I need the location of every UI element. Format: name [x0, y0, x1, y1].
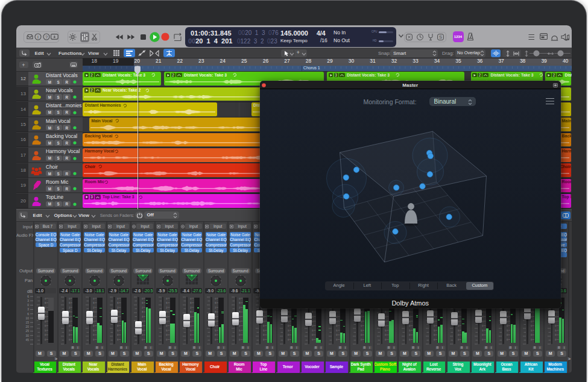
svg-text:40: 40: [482, 324, 484, 327]
svg-text:18: 18: [458, 310, 460, 313]
svg-text:6: 6: [118, 301, 119, 304]
svg-text:30: 30: [361, 320, 362, 323]
svg-text:30: 30: [69, 320, 71, 323]
svg-text:40: 40: [507, 324, 508, 327]
svg-text:60: 60: [288, 338, 289, 341]
svg-text:40: 40: [361, 324, 362, 327]
svg-text:60: 60: [117, 338, 119, 341]
svg-text:0: 0: [166, 297, 168, 300]
svg-text:18: 18: [142, 310, 144, 313]
svg-text:6: 6: [93, 301, 95, 304]
svg-text:24: 24: [458, 315, 460, 318]
svg-text:30: 30: [45, 320, 46, 323]
svg-text:18: 18: [215, 310, 217, 313]
svg-text:30: 30: [312, 320, 314, 323]
svg-text:S: S: [439, 34, 442, 40]
svg-text:0: 0: [27, 303, 29, 307]
svg-text:12: 12: [45, 306, 46, 309]
svg-text:40: 40: [409, 324, 411, 327]
svg-text:45: 45: [190, 329, 192, 332]
svg-text:18: 18: [385, 310, 387, 313]
svg-text:40: 40: [45, 324, 46, 327]
svg-text:45: 45: [215, 329, 217, 332]
svg-text:50: 50: [215, 333, 217, 336]
svg-text:?: ?: [45, 34, 48, 39]
svg-text:24: 24: [531, 315, 533, 318]
svg-text:30: 30: [507, 320, 508, 323]
svg-text:18: 18: [531, 310, 533, 313]
svg-text:50: 50: [142, 333, 144, 336]
svg-text:60: 60: [409, 338, 411, 341]
svg-text:18: 18: [312, 310, 314, 313]
svg-text:40: 40: [385, 324, 387, 327]
svg-text:18: 18: [409, 310, 411, 313]
svg-text:50: 50: [45, 333, 46, 336]
svg-text:30: 30: [458, 320, 460, 323]
svg-text:24: 24: [239, 315, 241, 318]
svg-text:40: 40: [190, 324, 192, 327]
svg-text:50: 50: [361, 333, 362, 336]
svg-text:50: 50: [69, 333, 71, 336]
svg-text:30: 30: [263, 320, 265, 323]
svg-text:6: 6: [191, 301, 192, 304]
svg-text:50: 50: [482, 333, 484, 336]
svg-text:24: 24: [69, 315, 71, 318]
svg-text:0: 0: [69, 297, 71, 300]
svg-text:30: 30: [166, 320, 168, 323]
svg-text:24: 24: [45, 315, 46, 318]
svg-text:24: 24: [93, 315, 95, 318]
svg-text:24: 24: [361, 315, 362, 318]
svg-text:45: 45: [531, 329, 533, 332]
svg-text:40: 40: [555, 324, 557, 327]
svg-text:50: 50: [288, 333, 289, 336]
svg-text:40: 40: [69, 324, 71, 327]
svg-text:6: 6: [239, 301, 241, 304]
svg-text:45: 45: [117, 329, 119, 332]
svg-text:18: 18: [190, 310, 192, 313]
svg-text:10: 10: [25, 316, 29, 320]
svg-text:30: 30: [482, 320, 484, 323]
svg-text:0: 0: [215, 297, 217, 300]
svg-text:60: 60: [361, 338, 362, 341]
svg-text:45: 45: [45, 329, 46, 332]
svg-text:24: 24: [263, 315, 265, 318]
svg-text:40: 40: [288, 324, 289, 327]
svg-text:50: 50: [263, 333, 265, 336]
svg-text:50: 50: [434, 333, 435, 336]
svg-text:60: 60: [166, 338, 168, 341]
svg-text:6: 6: [45, 301, 46, 304]
svg-text:24: 24: [555, 315, 557, 318]
svg-text:45: 45: [166, 329, 168, 332]
svg-text:50: 50: [555, 333, 557, 336]
svg-text:3: 3: [27, 299, 29, 302]
svg-text:60: 60: [555, 338, 557, 341]
svg-text:60: 60: [190, 338, 192, 341]
svg-text:60: 60: [336, 338, 338, 341]
svg-text:0: 0: [93, 297, 95, 300]
svg-text:i: i: [37, 34, 39, 39]
svg-text:24: 24: [142, 315, 144, 318]
svg-text:60: 60: [142, 338, 144, 341]
svg-text:18: 18: [45, 310, 46, 313]
svg-text:60: 60: [312, 338, 314, 341]
svg-text:45: 45: [288, 329, 289, 332]
svg-text:45: 45: [458, 329, 460, 332]
svg-text:45: 45: [239, 329, 241, 332]
svg-text:40: 40: [336, 324, 338, 327]
svg-text:45: 45: [361, 329, 362, 332]
svg-text:18: 18: [434, 310, 435, 313]
svg-text:30: 30: [555, 320, 557, 323]
svg-text:40: 40: [166, 324, 168, 327]
svg-text:60: 60: [458, 338, 460, 341]
svg-text:30: 30: [434, 320, 435, 323]
svg-text:24: 24: [409, 315, 411, 318]
svg-text:12: 12: [215, 306, 217, 309]
svg-text:40: 40: [531, 324, 533, 327]
svg-text:40: 40: [93, 324, 95, 327]
svg-text:60: 60: [434, 338, 435, 341]
svg-text:50: 50: [93, 333, 95, 336]
svg-text:60: 60: [531, 338, 533, 341]
svg-text:60: 60: [69, 338, 71, 341]
svg-text:45: 45: [385, 329, 387, 332]
svg-text:50: 50: [458, 333, 460, 336]
